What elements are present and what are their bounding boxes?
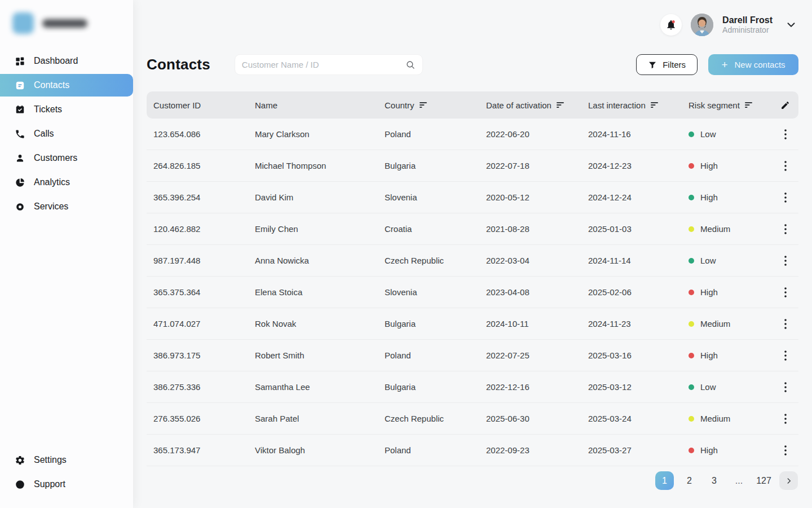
column-date-of-activation: Date of activation — [479, 100, 581, 110]
cell-risk-segment: Medium — [682, 319, 772, 329]
cell-customer-id: 365.396.254 — [147, 192, 248, 202]
sort-icon[interactable] — [420, 102, 427, 108]
cell-name: Robert Smith — [248, 351, 378, 360]
risk-dot — [689, 226, 694, 232]
row-menu-button[interactable] — [772, 382, 798, 392]
next-page-button[interactable] — [779, 471, 798, 490]
sidebar-item-contacts[interactable]: Contacts — [0, 74, 133, 97]
brand-logo-mark — [12, 12, 34, 34]
row-menu-button[interactable] — [772, 445, 798, 456]
cell-last-interaction: 2024-11-16 — [581, 129, 682, 139]
row-menu-button[interactable] — [772, 129, 798, 139]
filters-label: Filters — [663, 60, 686, 69]
sort-icon[interactable] — [557, 102, 564, 108]
cell-name: Viktor Balogh — [248, 445, 378, 455]
kebab-menu-icon — [784, 382, 787, 392]
page-title: Contacts — [147, 56, 210, 73]
cell-customer-id: 365.375.364 — [147, 287, 248, 297]
sidebar-item-label: Contacts — [34, 80, 69, 90]
row-menu-button[interactable] — [772, 287, 798, 297]
user-menu-button[interactable] — [785, 19, 797, 31]
cell-activation-date: 2022-07-25 — [479, 351, 581, 360]
avatar[interactable] — [691, 14, 713, 36]
sidebar-item-dashboard[interactable]: Dashboard — [0, 50, 133, 72]
page-button-3[interactable]: 3 — [705, 471, 723, 490]
row-menu-button[interactable] — [772, 351, 798, 361]
cell-name: Elena Stoica — [248, 287, 378, 297]
lifebuoy-icon — [15, 479, 25, 490]
table-row[interactable]: 365.375.364 Elena Stoica Slovenia 2023-0… — [147, 277, 798, 308]
table-row[interactable]: 386.275.336 Samantha Lee Bulgaria 2022-1… — [147, 371, 798, 403]
sort-icon[interactable] — [651, 102, 659, 108]
column-edit[interactable] — [772, 100, 798, 110]
cell-country: Bulgaria — [378, 382, 479, 392]
page-button-1[interactable]: 1 — [655, 471, 674, 490]
cell-activation-date: 2022-09-23 — [479, 445, 581, 455]
cell-activation-date: 2023-04-08 — [479, 287, 581, 297]
table-row[interactable]: 987.197.448 Anna Nowicka Czech Republic … — [147, 245, 798, 277]
search-box — [235, 54, 423, 75]
column-label: Risk segment — [689, 100, 740, 110]
table-row[interactable]: 276.355.026 Sarah Patel Czech Republic 2… — [147, 403, 798, 435]
table-row[interactable]: 386.973.175 Robert Smith Poland 2022-07-… — [147, 340, 798, 371]
page-button-127[interactable]: 127 — [754, 471, 773, 490]
new-contacts-label: New contacts — [735, 60, 785, 69]
row-menu-button[interactable] — [772, 224, 798, 234]
topbar: Darell Frost Administrator — [660, 14, 797, 36]
sidebar-item-settings[interactable]: Settings — [0, 449, 133, 471]
table-row[interactable]: 471.074.027 Rok Novak Bulgaria 2024-10-1… — [147, 308, 798, 340]
cell-last-interaction: 2025-03-24 — [581, 414, 682, 423]
table-row[interactable]: 365.173.947 Viktor Balogh Poland 2022-09… — [147, 435, 798, 466]
cell-activation-date: 2022-07-18 — [479, 161, 581, 170]
sidebar-item-services[interactable]: Services — [0, 195, 133, 218]
cell-last-interaction: 2025-01-03 — [581, 224, 682, 234]
sidebar-item-analytics[interactable]: Analytics — [0, 171, 133, 194]
sidebar-item-calls[interactable]: Calls — [0, 122, 133, 145]
table-row[interactable]: 120.462.882 Emily Chen Croatia 2021-08-2… — [147, 213, 798, 245]
sidebar-item-label: Services — [34, 202, 68, 212]
sidebar-nav: Dashboard Contacts Tickets Calls Custome… — [0, 50, 133, 218]
kebab-menu-icon — [784, 319, 787, 329]
cell-activation-date: 2022-12-16 — [479, 382, 581, 392]
brand-logo-text — [42, 19, 87, 28]
column-customer-id: Customer ID — [147, 100, 248, 110]
sidebar-item-support[interactable]: Support — [0, 473, 133, 496]
filter-icon — [648, 60, 657, 69]
sidebar-item-tickets[interactable]: Tickets — [0, 98, 133, 121]
row-menu-button[interactable] — [772, 256, 798, 266]
cell-customer-id: 276.355.026 — [147, 414, 248, 423]
table-body: 123.654.086 Mary Clarkson Poland 2022-06… — [147, 119, 798, 466]
column-label: Name — [255, 100, 277, 110]
column-label: Date of activation — [486, 100, 551, 110]
cell-customer-id: 120.462.882 — [147, 224, 248, 234]
phone-icon — [15, 129, 25, 139]
cell-customer-id: 471.074.027 — [147, 319, 248, 329]
search-input[interactable] — [242, 60, 405, 69]
ring-icon — [15, 202, 25, 212]
cell-last-interaction: 2024-11-14 — [581, 256, 682, 265]
sort-icon[interactable] — [745, 102, 753, 108]
row-menu-button[interactable] — [772, 414, 798, 424]
kebab-menu-icon — [784, 161, 787, 171]
page-button-2[interactable]: 2 — [680, 471, 699, 490]
row-menu-button[interactable] — [772, 161, 798, 171]
notifications-button[interactable] — [660, 14, 682, 36]
cell-customer-id: 264.826.185 — [147, 161, 248, 170]
new-contacts-button[interactable]: + New contacts — [708, 54, 798, 75]
column-name: Name — [248, 100, 378, 110]
search-icon — [405, 60, 416, 70]
page-head: Contacts Filters + New contacts — [147, 54, 798, 75]
table-row[interactable]: 123.654.086 Mary Clarkson Poland 2022-06… — [147, 119, 798, 150]
cell-name: David Kim — [248, 192, 378, 202]
row-menu-button[interactable] — [772, 319, 798, 329]
sidebar-item-customers[interactable]: Customers — [0, 147, 133, 169]
table-row[interactable]: 264.826.185 Michael Thompson Bulgaria 20… — [147, 150, 798, 182]
column-last-interaction: Last interaction — [581, 100, 682, 110]
table-row[interactable]: 365.396.254 David Kim Slovenia 2020-05-1… — [147, 182, 798, 213]
person-icon — [15, 153, 25, 164]
cell-last-interaction: 2024-11-23 — [581, 319, 682, 329]
filters-button[interactable]: Filters — [636, 54, 698, 75]
row-menu-button[interactable] — [772, 192, 798, 203]
cell-customer-id: 987.197.448 — [147, 256, 248, 265]
kebab-menu-icon — [784, 129, 787, 139]
